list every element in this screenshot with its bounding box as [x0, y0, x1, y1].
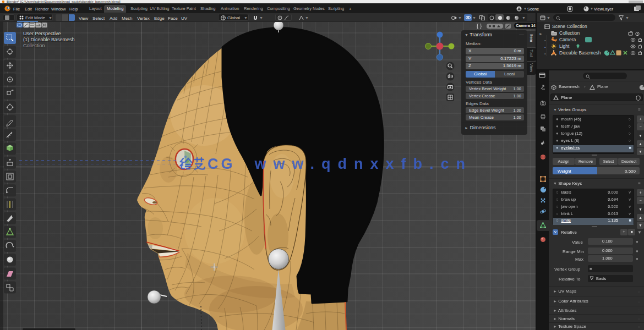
svg-text:{ }: { } [477, 23, 482, 29]
